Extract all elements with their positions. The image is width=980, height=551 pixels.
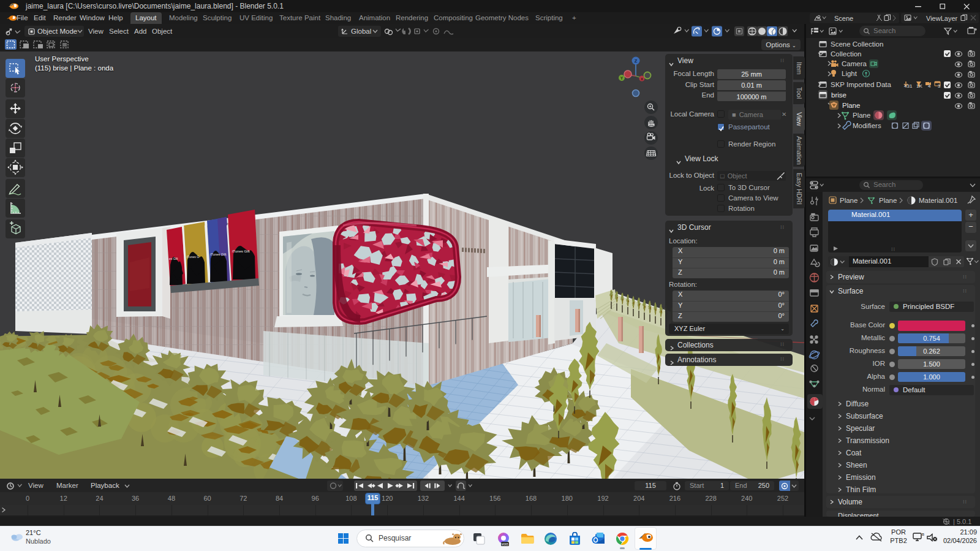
svg-text:3: 3 xyxy=(938,83,941,89)
svg-text:B: B xyxy=(922,533,924,536)
svg-text:X: X xyxy=(641,77,643,81)
svg-text:Y: Y xyxy=(620,76,624,80)
svg-text:1K: 1K xyxy=(916,83,922,89)
svg-text:Plane: Plane xyxy=(842,102,860,109)
svg-text:iTunes Gift: iTunes Gift xyxy=(210,253,227,256)
svg-text:M365: M365 xyxy=(502,543,509,546)
svg-text:Collection: Collection xyxy=(831,50,862,58)
svg-text:Plane: Plane xyxy=(853,112,870,119)
svg-text:brise: brise xyxy=(831,91,846,99)
svg-text:Modifiers: Modifiers xyxy=(853,122,881,129)
svg-text:4: 4 xyxy=(928,83,931,89)
svg-text:iTunes G: iTunes G xyxy=(187,255,199,259)
svg-text:431: 431 xyxy=(904,83,913,89)
svg-text:SKP Imported Data: SKP Imported Data xyxy=(831,81,891,88)
svg-text:Z: Z xyxy=(635,58,638,64)
svg-text:Light: Light xyxy=(842,70,858,77)
svg-text:Scene Collection: Scene Collection xyxy=(831,40,883,48)
svg-text:iTunes Gift: iTunes Gift xyxy=(232,249,250,253)
svg-text:Material.001: Material.001 xyxy=(919,197,957,204)
svg-text:Plane: Plane xyxy=(879,197,897,204)
svg-text:Plane: Plane xyxy=(840,197,858,204)
svg-text:es Gift: es Gift xyxy=(169,257,178,260)
svg-text:Camera: Camera xyxy=(842,60,867,67)
